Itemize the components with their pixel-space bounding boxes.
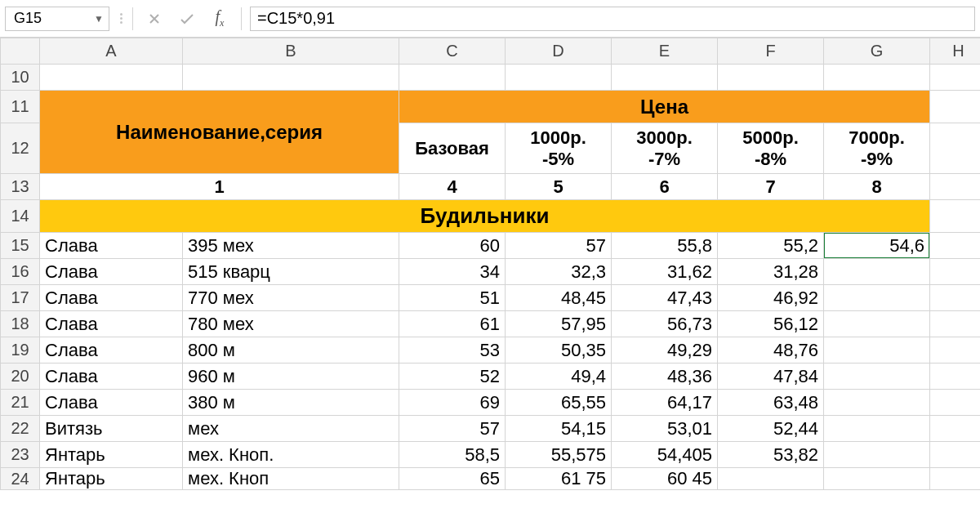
row-header[interactable]: 22 <box>1 416 40 442</box>
spreadsheet-grid[interactable]: A B C D E F G H 10 11 Наименование,серия… <box>0 38 980 490</box>
select-all-corner[interactable] <box>1 38 40 65</box>
cell[interactable] <box>930 91 981 123</box>
cell[interactable] <box>930 174 981 200</box>
cell[interactable]: 34 <box>399 259 506 285</box>
cell[interactable] <box>824 390 930 416</box>
cell[interactable]: мех. Кноп. <box>183 442 399 468</box>
header-num-6[interactable]: 6 <box>612 174 718 200</box>
cell[interactable] <box>612 65 718 91</box>
cell[interactable]: 55,2 <box>718 233 824 259</box>
cell[interactable]: 48,36 <box>612 364 718 390</box>
row-header[interactable]: 18 <box>1 311 40 337</box>
cell[interactable] <box>824 364 930 390</box>
cell[interactable] <box>930 364 981 390</box>
cell[interactable]: Слава <box>40 285 183 311</box>
header-discount-1[interactable]: 1000р.-5% <box>506 123 612 174</box>
cell[interactable]: 46,92 <box>718 285 824 311</box>
cell[interactable] <box>824 416 930 442</box>
cell[interactable]: 61 75 <box>506 468 612 490</box>
row-header[interactable]: 23 <box>1 442 40 468</box>
cell[interactable] <box>399 65 506 91</box>
row-header[interactable]: 14 <box>1 200 40 233</box>
cell[interactable]: Витязь <box>40 416 183 442</box>
col-header-B[interactable]: B <box>183 38 399 65</box>
cell[interactable] <box>930 233 981 259</box>
cell[interactable]: 57 <box>506 233 612 259</box>
cell[interactable]: 49,4 <box>506 364 612 390</box>
enter-button[interactable] <box>174 7 200 30</box>
header-num-1[interactable]: 1 <box>40 174 399 200</box>
row-header[interactable]: 19 <box>1 337 40 364</box>
cell[interactable] <box>718 65 824 91</box>
col-header-A[interactable]: A <box>40 38 183 65</box>
cell[interactable] <box>824 259 930 285</box>
cell[interactable]: 31,62 <box>612 259 718 285</box>
section-header[interactable]: Будильники <box>40 200 930 233</box>
cell[interactable] <box>930 123 981 174</box>
col-header-E[interactable]: E <box>612 38 718 65</box>
cell[interactable]: 54,15 <box>506 416 612 442</box>
col-header-H[interactable]: H <box>930 38 981 65</box>
row-header[interactable]: 24 <box>1 468 40 490</box>
row-header[interactable]: 15 <box>1 233 40 259</box>
row-header[interactable]: 13 <box>1 174 40 200</box>
cell[interactable]: 960 м <box>183 364 399 390</box>
cell[interactable]: 32,3 <box>506 259 612 285</box>
col-header-G[interactable]: G <box>824 38 930 65</box>
cell[interactable] <box>930 285 981 311</box>
col-header-D[interactable]: D <box>506 38 612 65</box>
row-header[interactable]: 16 <box>1 259 40 285</box>
cell[interactable]: 56,73 <box>612 311 718 337</box>
row-header[interactable]: 12 <box>1 123 40 174</box>
cell[interactable] <box>930 468 981 490</box>
cell[interactable]: мех. Кноп <box>183 468 399 490</box>
cell[interactable]: 60 45 <box>612 468 718 490</box>
row-header[interactable]: 20 <box>1 364 40 390</box>
cell[interactable] <box>824 285 930 311</box>
header-num-5[interactable]: 5 <box>506 174 612 200</box>
cell[interactable]: 56,12 <box>718 311 824 337</box>
cell[interactable]: 48,76 <box>718 337 824 364</box>
cell[interactable]: 63,48 <box>718 390 824 416</box>
cell[interactable] <box>930 390 981 416</box>
cell[interactable]: 50,35 <box>506 337 612 364</box>
formula-input[interactable]: =C15*0,91 <box>250 7 975 31</box>
cell[interactable]: Слава <box>40 337 183 364</box>
cell[interactable] <box>930 311 981 337</box>
cell[interactable]: 54,405 <box>612 442 718 468</box>
cell[interactable]: 65,55 <box>506 390 612 416</box>
row-header[interactable]: 10 <box>1 65 40 91</box>
header-num-4[interactable]: 4 <box>399 174 506 200</box>
cell[interactable]: 515 кварц <box>183 259 399 285</box>
cell[interactable] <box>824 65 930 91</box>
row-header[interactable]: 17 <box>1 285 40 311</box>
cell[interactable]: 57 <box>399 416 506 442</box>
cell[interactable]: 380 м <box>183 390 399 416</box>
cell[interactable]: 61 <box>399 311 506 337</box>
cell[interactable]: 52,44 <box>718 416 824 442</box>
cell[interactable] <box>40 65 183 91</box>
active-cell[interactable]: 54,6 <box>824 233 930 259</box>
row-header[interactable]: 11 <box>1 91 40 123</box>
header-num-7[interactable]: 7 <box>718 174 824 200</box>
name-box[interactable]: G15 ▼ <box>5 7 109 31</box>
cell[interactable]: 55,8 <box>612 233 718 259</box>
cell[interactable]: 51 <box>399 285 506 311</box>
col-header-C[interactable]: C <box>399 38 506 65</box>
cell[interactable]: 770 мех <box>183 285 399 311</box>
cell[interactable] <box>506 65 612 91</box>
insert-function-button[interactable]: fx <box>207 7 233 30</box>
cell[interactable] <box>824 442 930 468</box>
cell[interactable] <box>824 311 930 337</box>
cell[interactable]: 53,01 <box>612 416 718 442</box>
cell[interactable]: 64,17 <box>612 390 718 416</box>
cancel-button[interactable] <box>141 7 167 30</box>
cell[interactable]: 49,29 <box>612 337 718 364</box>
cell[interactable]: 65 <box>399 468 506 490</box>
header-discount-4[interactable]: 7000р.-9% <box>824 123 930 174</box>
cell[interactable]: 800 м <box>183 337 399 364</box>
cell[interactable]: 52 <box>399 364 506 390</box>
cell[interactable]: 60 <box>399 233 506 259</box>
cell[interactable]: 57,95 <box>506 311 612 337</box>
cell[interactable] <box>930 200 981 233</box>
